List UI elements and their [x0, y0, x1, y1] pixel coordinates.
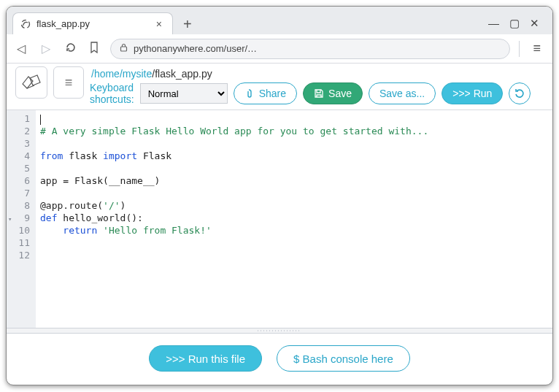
code-line	[40, 237, 548, 249]
line-number: 5	[9, 162, 30, 174]
svg-rect-1	[121, 47, 127, 51]
bash-console-button[interactable]: $ Bash console here	[277, 345, 410, 372]
share-button[interactable]: Share	[234, 82, 297, 104]
svg-point-0	[22, 20, 30, 28]
line-number: 12	[9, 249, 30, 261]
line-number: 3	[9, 137, 30, 150]
breadcrumb-mysite[interactable]: /mysite	[120, 68, 152, 80]
text-cursor	[40, 115, 41, 125]
tab-favicon	[20, 19, 31, 29]
keyboard-shortcuts-label[interactable]: Keyboard shortcuts:	[90, 82, 134, 105]
bookmark-icon[interactable]	[87, 42, 101, 56]
nav-forward-icon: ▷	[39, 42, 53, 55]
code-area[interactable]: # A very simple Flask Hello World app fo…	[36, 110, 552, 328]
kb-line1: Keyboard	[90, 82, 134, 93]
save-label: Save	[328, 88, 352, 99]
code-line	[40, 112, 548, 125]
page-content: ≡ /home/mysite/flask_app.py Keyboard sho…	[7, 64, 552, 385]
nav-reload-icon[interactable]	[63, 42, 78, 56]
tab-strip: flask_app.py × + — ▢ ✕	[7, 7, 552, 34]
editor-toolbar: Keyboard shortcuts: Normal Share Save	[90, 82, 544, 105]
editor-mode-select[interactable]: Normal	[140, 83, 228, 104]
window-close-icon[interactable]: ✕	[530, 17, 539, 30]
line-number: 2	[9, 125, 30, 137]
share-label: Share	[259, 88, 286, 99]
line-number: 4	[9, 150, 30, 162]
browser-tab[interactable]: flask_app.py ×	[12, 12, 173, 34]
line-number: 6	[9, 174, 30, 187]
lock-icon	[120, 43, 128, 54]
line-number: 8	[9, 199, 30, 212]
run-this-file-button[interactable]: >>> Run this file	[149, 345, 262, 372]
line-number: 1	[9, 112, 30, 125]
run-label: >>> Run	[452, 88, 492, 99]
refresh-button[interactable]	[509, 82, 531, 104]
tab-title: flask_app.py	[36, 18, 90, 29]
code-line	[40, 249, 548, 261]
tab-close-icon[interactable]: ×	[153, 18, 165, 30]
code-line	[40, 137, 548, 150]
address-bar[interactable]: pythonanywhere.com/user/…	[110, 39, 510, 59]
code-line: app = Flask(__name__)	[40, 174, 548, 187]
app-menu-button[interactable]: ≡	[53, 66, 84, 99]
refresh-icon	[514, 88, 525, 99]
save-as-button[interactable]: Save as...	[369, 82, 436, 104]
toolbar-divider	[519, 41, 520, 57]
code-line	[40, 162, 548, 174]
paperclip-icon	[244, 88, 255, 99]
nav-back-icon[interactable]: ◁	[14, 42, 28, 55]
line-number: ▾9	[9, 212, 30, 224]
code-editor[interactable]: 1 2 3 4 5 6 7 8 ▾9 10 11 12 # A very sim…	[7, 109, 552, 328]
kb-line2: shortcuts:	[90, 93, 134, 105]
toolbar-row: ◁ ▷ pythonanywhere.com/user/… ≡	[7, 34, 552, 64]
window-minimize-icon[interactable]: —	[488, 17, 499, 30]
url-text: pythonanywhere.com/user/…	[134, 43, 257, 54]
new-tab-button[interactable]: +	[179, 15, 196, 34]
pane-splitter[interactable]	[7, 328, 552, 334]
saveas-label: Save as...	[379, 88, 425, 99]
site-logo[interactable]	[15, 66, 47, 99]
line-number: 7	[9, 187, 30, 199]
breadcrumb-home[interactable]: /home	[91, 68, 120, 80]
line-number: 11	[9, 237, 30, 249]
browser-window: flask_app.py × + — ▢ ✕ ◁ ▷ pythonanywher…	[6, 6, 553, 385]
browser-menu-icon[interactable]: ≡	[528, 39, 545, 58]
code-line: return 'Hello from Flask!'	[40, 224, 548, 237]
code-line	[40, 187, 548, 199]
window-controls: — ▢ ✕	[488, 17, 547, 34]
save-button[interactable]: Save	[303, 82, 363, 104]
app-header: ≡ /home/mysite/flask_app.py Keyboard sho…	[7, 64, 552, 107]
gutter: 1 2 3 4 5 6 7 8 ▾9 10 11 12	[7, 110, 36, 328]
breadcrumb: /home/mysite/flask_app.py	[90, 66, 544, 82]
footer-actions: >>> Run this file $ Bash console here	[7, 334, 552, 385]
code-line: def hello_world():	[40, 212, 548, 224]
code-line: # A very simple Flask Hello World app fo…	[40, 125, 548, 137]
line-number: 10	[9, 224, 30, 237]
code-line: @app.route('/')	[40, 199, 548, 212]
window-maximize-icon[interactable]: ▢	[509, 17, 520, 30]
run-button[interactable]: >>> Run	[442, 82, 503, 104]
breadcrumb-file: /flask_app.py	[152, 68, 212, 80]
code-line: from flask import Flask	[40, 150, 548, 162]
floppy-icon	[314, 88, 324, 99]
nav-buttons: ◁ ▷	[14, 42, 78, 56]
